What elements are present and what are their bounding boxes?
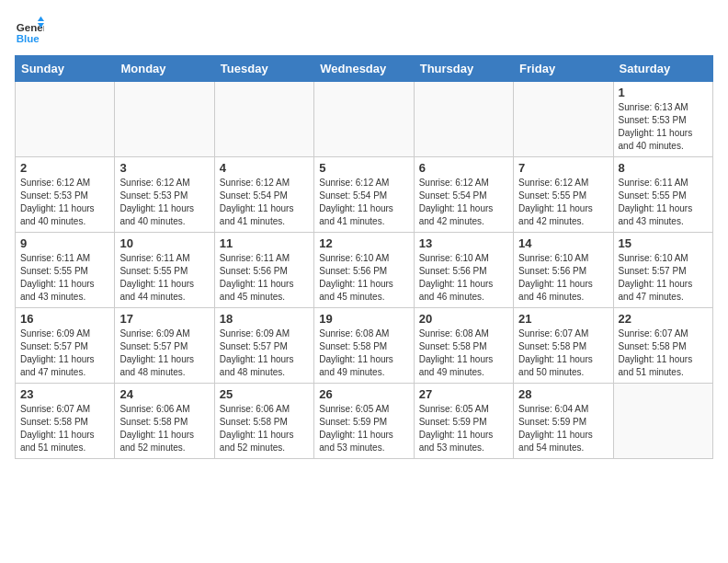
calendar-week-4: 16Sunrise: 6:09 AMSunset: 5:57 PMDayligh… [16, 308, 713, 384]
day-info: Sunrise: 6:09 AMSunset: 5:57 PMDaylight:… [119, 327, 209, 379]
day-info: Sunrise: 6:12 AMSunset: 5:54 PMDaylight:… [419, 177, 508, 228]
day-number: 21 [518, 312, 608, 326]
day-info: Sunrise: 6:11 AMSunset: 5:55 PMDaylight:… [119, 252, 209, 304]
day-number: 2 [20, 161, 109, 175]
day-number: 16 [20, 312, 109, 326]
calendar-week-1: 1Sunrise: 6:13 AMSunset: 5:53 PMDaylight… [16, 82, 713, 157]
day-info: Sunrise: 6:11 AMSunset: 5:55 PMDaylight:… [20, 252, 109, 304]
calendar-cell: 25Sunrise: 6:06 AMSunset: 5:58 PMDayligh… [214, 384, 313, 459]
day-number: 4 [220, 161, 309, 175]
calendar-cell: 18Sunrise: 6:09 AMSunset: 5:57 PMDayligh… [214, 308, 313, 384]
day-number: 17 [119, 312, 209, 326]
day-info: Sunrise: 6:09 AMSunset: 5:57 PMDaylight:… [20, 327, 109, 379]
svg-marker-2 [38, 17, 44, 21]
day-number: 8 [619, 161, 708, 175]
calendar-cell: 1Sunrise: 6:13 AMSunset: 5:53 PMDaylight… [613, 82, 712, 157]
calendar-cell: 14Sunrise: 6:10 AMSunset: 5:56 PMDayligh… [514, 233, 613, 308]
day-number: 23 [20, 387, 109, 401]
calendar-cell: 3Sunrise: 6:12 AMSunset: 5:53 PMDaylight… [115, 157, 214, 233]
day-number: 25 [220, 387, 309, 401]
day-number: 11 [220, 236, 309, 250]
day-info: Sunrise: 6:05 AMSunset: 5:59 PMDaylight:… [319, 403, 408, 454]
calendar-cell: 16Sunrise: 6:09 AMSunset: 5:57 PMDayligh… [16, 308, 115, 384]
weekday-header-wednesday: Wednesday [314, 56, 414, 82]
weekday-header-monday: Monday [115, 56, 214, 82]
day-info: Sunrise: 6:11 AMSunset: 5:56 PMDaylight:… [220, 252, 309, 304]
day-info: Sunrise: 6:07 AMSunset: 5:58 PMDaylight:… [20, 403, 109, 454]
day-info: Sunrise: 6:10 AMSunset: 5:56 PMDaylight:… [319, 252, 408, 304]
day-info: Sunrise: 6:12 AMSunset: 5:53 PMDaylight:… [119, 177, 209, 228]
calendar-cell: 17Sunrise: 6:09 AMSunset: 5:57 PMDayligh… [115, 308, 214, 384]
svg-text:Blue: Blue [17, 33, 40, 44]
day-number: 26 [319, 387, 408, 401]
weekday-header-sunday: Sunday [16, 56, 115, 82]
weekday-header-tuesday: Tuesday [214, 56, 313, 82]
calendar-cell: 10Sunrise: 6:11 AMSunset: 5:55 PMDayligh… [115, 233, 214, 308]
calendar-cell: 6Sunrise: 6:12 AMSunset: 5:54 PMDaylight… [414, 157, 513, 233]
calendar-cell: 22Sunrise: 6:07 AMSunset: 5:58 PMDayligh… [613, 308, 712, 384]
day-info: Sunrise: 6:06 AMSunset: 5:58 PMDaylight:… [119, 403, 209, 454]
day-info: Sunrise: 6:12 AMSunset: 5:54 PMDaylight:… [319, 177, 408, 228]
calendar-header-row: SundayMondayTuesdayWednesdayThursdayFrid… [16, 56, 713, 82]
calendar-cell: 23Sunrise: 6:07 AMSunset: 5:58 PMDayligh… [16, 384, 115, 459]
day-info: Sunrise: 6:08 AMSunset: 5:58 PMDaylight:… [319, 327, 408, 379]
day-info: Sunrise: 6:10 AMSunset: 5:57 PMDaylight:… [619, 252, 708, 304]
day-info: Sunrise: 6:05 AMSunset: 5:59 PMDaylight:… [419, 403, 508, 454]
weekday-header-friday: Friday [514, 56, 613, 82]
calendar-cell: 26Sunrise: 6:05 AMSunset: 5:59 PMDayligh… [314, 384, 414, 459]
day-info: Sunrise: 6:11 AMSunset: 5:55 PMDaylight:… [619, 177, 708, 228]
day-number: 27 [419, 387, 508, 401]
day-number: 13 [419, 236, 508, 250]
calendar-cell: 20Sunrise: 6:08 AMSunset: 5:58 PMDayligh… [414, 308, 513, 384]
calendar-cell [514, 82, 613, 157]
day-number: 3 [119, 161, 209, 175]
day-number: 14 [518, 236, 608, 250]
calendar-cell [414, 82, 513, 157]
calendar-cell [115, 82, 214, 157]
calendar-cell: 2Sunrise: 6:12 AMSunset: 5:53 PMDaylight… [16, 157, 115, 233]
calendar-cell: 7Sunrise: 6:12 AMSunset: 5:55 PMDaylight… [514, 157, 613, 233]
calendar-cell [16, 82, 115, 157]
calendar-cell: 9Sunrise: 6:11 AMSunset: 5:55 PMDaylight… [16, 233, 115, 308]
day-number: 20 [419, 312, 508, 326]
calendar-cell: 28Sunrise: 6:04 AMSunset: 5:59 PMDayligh… [514, 384, 613, 459]
day-info: Sunrise: 6:09 AMSunset: 5:57 PMDaylight:… [220, 327, 309, 379]
day-number: 5 [319, 161, 408, 175]
day-info: Sunrise: 6:08 AMSunset: 5:58 PMDaylight:… [419, 327, 508, 379]
weekday-header-thursday: Thursday [414, 56, 513, 82]
day-info: Sunrise: 6:07 AMSunset: 5:58 PMDaylight:… [619, 327, 708, 379]
calendar-cell: 5Sunrise: 6:12 AMSunset: 5:54 PMDaylight… [314, 157, 414, 233]
calendar-cell [214, 82, 313, 157]
day-number: 22 [619, 312, 708, 326]
day-info: Sunrise: 6:12 AMSunset: 5:53 PMDaylight:… [20, 177, 109, 228]
calendar-week-2: 2Sunrise: 6:12 AMSunset: 5:53 PMDaylight… [16, 157, 713, 233]
calendar-cell: 21Sunrise: 6:07 AMSunset: 5:58 PMDayligh… [514, 308, 613, 384]
calendar-table: SundayMondayTuesdayWednesdayThursdayFrid… [15, 55, 713, 459]
day-info: Sunrise: 6:10 AMSunset: 5:56 PMDaylight:… [518, 252, 608, 304]
day-info: Sunrise: 6:13 AMSunset: 5:53 PMDaylight:… [619, 101, 708, 153]
calendar-cell [613, 384, 712, 459]
calendar-cell [314, 82, 414, 157]
day-number: 15 [619, 236, 708, 250]
calendar-cell: 4Sunrise: 6:12 AMSunset: 5:54 PMDaylight… [214, 157, 313, 233]
day-info: Sunrise: 6:12 AMSunset: 5:55 PMDaylight:… [518, 177, 608, 228]
calendar-cell: 15Sunrise: 6:10 AMSunset: 5:57 PMDayligh… [613, 233, 712, 308]
day-number: 28 [518, 387, 608, 401]
calendar-cell: 19Sunrise: 6:08 AMSunset: 5:58 PMDayligh… [314, 308, 414, 384]
logo: General Blue [15, 15, 48, 44]
day-number: 19 [319, 312, 408, 326]
day-info: Sunrise: 6:04 AMSunset: 5:59 PMDaylight:… [518, 403, 608, 454]
day-number: 6 [419, 161, 508, 175]
calendar-cell: 11Sunrise: 6:11 AMSunset: 5:56 PMDayligh… [214, 233, 313, 308]
calendar-cell: 12Sunrise: 6:10 AMSunset: 5:56 PMDayligh… [314, 233, 414, 308]
calendar-week-3: 9Sunrise: 6:11 AMSunset: 5:55 PMDaylight… [16, 233, 713, 308]
day-number: 9 [20, 236, 109, 250]
page-header: General Blue [15, 15, 713, 44]
day-number: 24 [119, 387, 209, 401]
day-number: 10 [119, 236, 209, 250]
calendar-week-5: 23Sunrise: 6:07 AMSunset: 5:58 PMDayligh… [16, 384, 713, 459]
day-number: 7 [518, 161, 608, 175]
day-number: 18 [220, 312, 309, 326]
day-number: 1 [619, 86, 708, 99]
day-info: Sunrise: 6:07 AMSunset: 5:58 PMDaylight:… [518, 327, 608, 379]
